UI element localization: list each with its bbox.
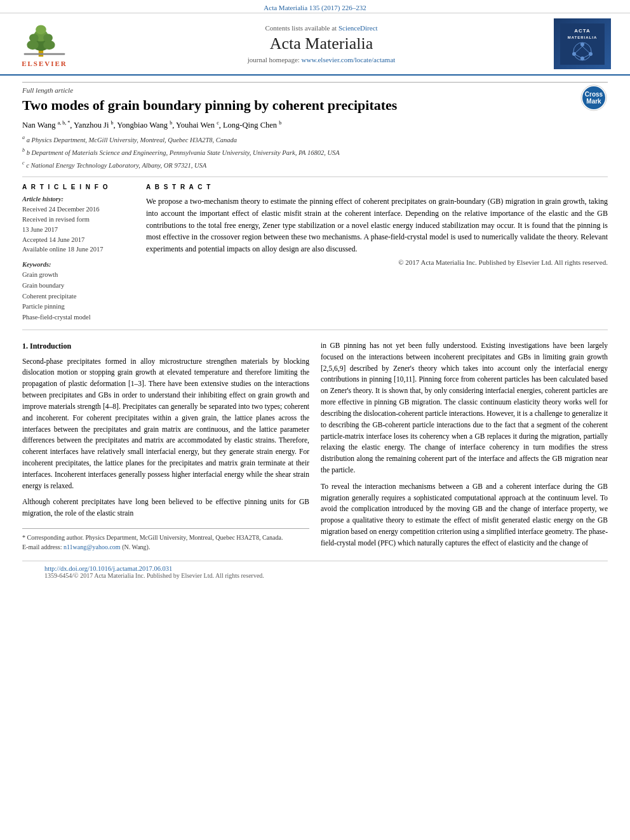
svg-rect-8 xyxy=(24,53,65,55)
journal-homepage-link[interactable]: www.elsevier.com/locate/actamat xyxy=(302,56,396,63)
authors-line: Nan Wang a, b, *, Yanzhou Ji b, Yongbiao… xyxy=(22,120,608,130)
svg-point-6 xyxy=(43,34,53,42)
body-section: 1. Introduction Second-phase precipitate… xyxy=(22,340,608,554)
body-para-3: in GB pinning has not yet been fully und… xyxy=(321,340,608,476)
elsevier-brand-text: ELSEVIER xyxy=(22,60,67,67)
svg-text:MATERIALIA: MATERIALIA xyxy=(568,36,598,39)
available-online: Available online 18 June 2017 xyxy=(22,244,133,255)
abstract-col: A B S T R A C T We propose a two-mechani… xyxy=(146,183,608,323)
article-info-col: A R T I C L E I N F O Article history: R… xyxy=(22,183,133,323)
science-direct-line: Contents lists available at ScienceDirec… xyxy=(102,24,541,32)
article-type: Full length article xyxy=(22,82,608,94)
svg-point-5 xyxy=(29,34,39,42)
received-revised-label: Received in revised form xyxy=(22,215,133,225)
journal-citation: Acta Materialia 135 (2017) 226–232 xyxy=(0,0,630,13)
abstract-heading: A B S T R A C T xyxy=(146,183,608,190)
body-left-col: 1. Introduction Second-phase precipitate… xyxy=(22,340,309,554)
revised-date: 13 June 2017 xyxy=(22,225,133,235)
body-para-2: Although coherent precipitates have long… xyxy=(22,497,309,519)
keyword-1: Grain growth xyxy=(22,270,133,281)
email-name: (N. Wang). xyxy=(122,543,150,550)
journal-name: Acta Materialia xyxy=(102,34,541,53)
acta-logo-icon: ACTA MATERIALIA xyxy=(560,23,605,65)
article-history-label: Article history: xyxy=(22,196,133,203)
keyword-5: Phase-field-crystal model xyxy=(22,312,133,323)
affiliation-a: a a Physics Department, McGill Universit… xyxy=(22,134,608,145)
doi-link[interactable]: http://dx.doi.org/10.1016/j.actamat.2017… xyxy=(44,565,586,572)
article-content: Full length article Two modes of grain b… xyxy=(0,76,630,589)
issn-copyright: 1359-6454/© 2017 Acta Materialia Inc. Pu… xyxy=(44,572,586,579)
body-para-1: Second-phase precipitates formed in allo… xyxy=(22,356,309,492)
bottom-bar: http://dx.doi.org/10.1016/j.actamat.2017… xyxy=(22,561,608,583)
elsevier-logo: ELSEVIER xyxy=(19,20,70,67)
accepted-date: Accepted 14 June 2017 xyxy=(22,235,133,245)
info-abstract-section: A R T I C L E I N F O Article history: R… xyxy=(22,183,608,323)
keyword-4: Particle pinning xyxy=(22,302,133,312)
body-divider xyxy=(22,330,608,330)
svg-text:Cross: Cross xyxy=(585,91,603,98)
article-info-heading: A R T I C L E I N F O xyxy=(22,183,133,190)
journal-header: ELSEVIER Contents lists available at Sci… xyxy=(0,13,630,76)
article-title: Two modes of grain boundary pinning by c… xyxy=(22,97,608,115)
journal-title-area: Contents lists available at ScienceDirec… xyxy=(102,24,541,63)
intro-section-title: 1. Introduction xyxy=(22,340,309,352)
svg-point-13 xyxy=(580,43,584,46)
elsevier-tree-icon xyxy=(19,20,70,58)
abstract-copyright: © 2017 Acta Materialia Inc. Published by… xyxy=(146,258,608,266)
affiliation-c: c c National Energy Technology Laborator… xyxy=(22,159,608,170)
footnote-area: * Corresponding author. Physics Departme… xyxy=(22,528,309,552)
elsevier-logo-area: ELSEVIER xyxy=(19,20,102,67)
abstract-text: We propose a two-mechanism theory to est… xyxy=(146,196,608,255)
journal-homepage: journal homepage: www.elsevier.com/locat… xyxy=(102,56,541,63)
acta-materialia-logo: ACTA MATERIALIA xyxy=(554,18,611,69)
body-para-4: To reveal the interaction mechanisms bet… xyxy=(321,481,608,549)
section-divider xyxy=(22,177,608,177)
keyword-2: Grain boundary xyxy=(22,281,133,291)
keyword-3: Coherent precipitate xyxy=(22,291,133,302)
svg-text:Mark: Mark xyxy=(586,98,601,105)
received-date: Received 24 December 2016 xyxy=(22,204,133,215)
email-line: E-mail address: n11wang@yahoo.com (N. Wa… xyxy=(22,542,309,552)
acta-logo-area: ACTA MATERIALIA xyxy=(541,18,611,69)
corresponding-author-note: * Corresponding author. Physics Departme… xyxy=(22,533,309,542)
affiliation-b: b b Department of Materials Science and … xyxy=(22,147,608,157)
keywords-label: Keywords: xyxy=(22,261,133,268)
science-direct-link[interactable]: ScienceDirect xyxy=(338,24,378,32)
author-email[interactable]: n11wang@yahoo.com xyxy=(64,543,121,550)
crossmark-badge: Cross Mark xyxy=(580,84,608,114)
svg-text:ACTA: ACTA xyxy=(574,28,591,34)
crossmark-icon: Cross Mark xyxy=(580,84,608,112)
body-right-col: in GB pinning has not yet been fully und… xyxy=(321,340,608,554)
svg-point-7 xyxy=(36,25,46,34)
